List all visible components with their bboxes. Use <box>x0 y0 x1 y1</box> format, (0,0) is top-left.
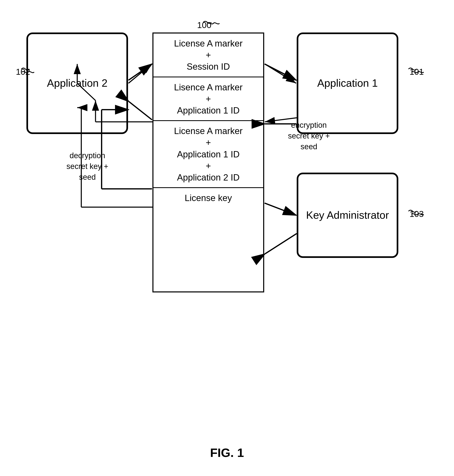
ref-101: 101 <box>409 67 424 77</box>
ref-103: 103 <box>409 209 424 219</box>
application-1-box: Application 1 <box>297 32 398 134</box>
figure-label: FIG. 1 <box>210 446 244 460</box>
svg-line-2 <box>129 64 152 83</box>
svg-line-22 <box>265 234 297 254</box>
svg-line-21 <box>265 203 296 215</box>
row-4-license-key: License key <box>153 188 263 208</box>
svg-line-14 <box>129 64 152 80</box>
license-table: License A marker+Session ID Lisence A ma… <box>152 32 264 292</box>
svg-line-17 <box>129 102 152 120</box>
row-1-license-session: License A marker+Session ID <box>153 34 263 77</box>
diagram: 100 License A marker+Session ID Lisence … <box>10 20 444 406</box>
ref-102: 102 <box>16 67 30 77</box>
encryption-label: encryptionsecret key + seed <box>280 120 337 152</box>
ref-100: 100 <box>197 20 211 30</box>
decryption-label: decryptionsecret key + seed <box>59 150 116 183</box>
row-2-license-app1: Lisence A marker+Application 1 ID <box>153 77 263 121</box>
application-2-box: Application 2 <box>26 32 128 134</box>
svg-line-3 <box>265 64 296 83</box>
key-administrator-box: Key Administrator <box>297 173 398 258</box>
row-3-license-apps: License A marker+Application 1 ID+Applic… <box>153 121 263 188</box>
svg-line-15 <box>265 64 296 80</box>
